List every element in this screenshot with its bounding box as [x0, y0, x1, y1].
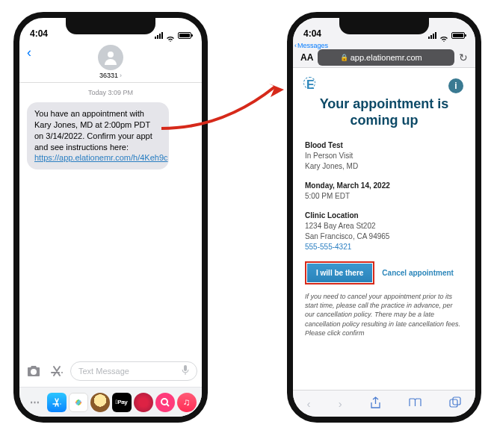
camera-icon[interactable]	[24, 363, 43, 379]
urlbar-subhead: ‹Messages	[293, 40, 475, 48]
music-icon[interactable]: ♫	[177, 393, 197, 412]
appointment-time: 5:00 PM EDT	[305, 191, 463, 202]
battery-icon	[178, 32, 191, 39]
phone-messages: 4:04 ‹ 36331 › Today 3:09 PM You have an…	[13, 12, 208, 423]
cancel-link[interactable]: Cancel appointment	[382, 269, 454, 277]
back-button[interactable]: ‹	[27, 45, 31, 60]
chevron-left-icon: ‹	[294, 42, 297, 49]
confirm-button-label: I will be there	[307, 264, 372, 282]
apple-pay-icon[interactable]: Pay	[112, 393, 132, 412]
chevron-right-icon: ›	[120, 72, 122, 79]
sms-text: You have an appointment with Kary Jones,…	[34, 109, 152, 152]
svg-rect-10	[453, 397, 460, 405]
site-host: app.elationemr.com	[351, 53, 422, 62]
appointment-date: Monday, March 14, 2022	[305, 181, 463, 191]
location-label: Clinic Location	[305, 211, 463, 221]
datetime-block: Monday, March 14, 2022 5:00 PM EDT	[305, 181, 463, 202]
status-icons	[155, 31, 191, 39]
nav-back-icon[interactable]: ‹	[307, 397, 311, 410]
confirm-button[interactable]: I will be there	[305, 261, 374, 284]
appointment-doctor: Kary Jones, MD	[305, 161, 463, 172]
back-to-messages[interactable]: ‹Messages	[294, 42, 328, 49]
sender-avatar[interactable]	[98, 45, 123, 70]
more-apps-icon[interactable]: ⋯	[25, 393, 45, 412]
bookmarks-icon[interactable]	[409, 397, 422, 410]
safari-toolbar: ‹ ›	[293, 390, 475, 417]
signal-icon	[155, 31, 163, 39]
gift-icon[interactable]	[134, 393, 153, 412]
nav-forward-icon[interactable]: ›	[339, 397, 342, 410]
sender-name[interactable]: 36331 ›	[99, 72, 122, 79]
location-addr1: 1234 Bay Area St202	[305, 221, 463, 231]
status-time: 4:04	[303, 28, 321, 39]
info-icon[interactable]: i	[448, 78, 463, 93]
photos-icon[interactable]	[69, 393, 88, 412]
phone-safari: 4:04 ‹Messages AA 🔒 app.elationemr.com ↻…	[287, 12, 481, 423]
apps-icon[interactable]	[48, 363, 66, 379]
cancellation-policy: If you need to cancel your appointment p…	[305, 292, 463, 337]
svg-line-8	[167, 404, 169, 406]
location-addr2: San Francisco, CA 94965	[305, 231, 463, 242]
sms-bubble[interactable]: You have an appointment with Kary Jones,…	[27, 102, 169, 169]
conversation[interactable]: Today 3:09 PM You have an appointment wi…	[19, 83, 202, 361]
back-to-messages-label: Messages	[297, 42, 328, 49]
sender-number: 36331	[99, 72, 118, 79]
app-drawer[interactable]: ⋯ Pay ♫	[19, 387, 202, 417]
appointment-type: Blood Test	[305, 140, 463, 151]
text-size-button[interactable]: AA	[300, 52, 313, 63]
memoji-icon[interactable]	[90, 393, 110, 412]
message-input-bar: Text Message	[19, 358, 202, 384]
status-time: 4:04	[30, 28, 48, 39]
location-phone[interactable]: 555-555-4321	[305, 243, 351, 251]
appointment-mode: In Person Visit	[305, 151, 463, 161]
search-app-icon[interactable]	[155, 393, 175, 412]
signal-icon	[428, 31, 436, 39]
address-bar[interactable]: 🔒 app.elationemr.com	[318, 49, 454, 66]
lock-icon: 🔒	[340, 54, 348, 61]
wifi-icon	[439, 32, 448, 39]
location-block: Clinic Location 1234 Bay Area St202 San …	[305, 211, 463, 252]
page-title: Your appointment is coming up	[305, 96, 463, 128]
mic-icon[interactable]	[182, 365, 189, 377]
page-header: E i	[305, 78, 463, 93]
svg-point-7	[161, 399, 167, 405]
elation-logo: E	[305, 78, 315, 92]
notch	[339, 18, 429, 34]
share-icon[interactable]	[370, 396, 381, 411]
tabs-icon[interactable]	[449, 396, 461, 411]
wifi-icon	[166, 32, 175, 39]
notch	[66, 18, 155, 34]
battery-icon	[451, 32, 465, 39]
status-icons	[428, 31, 465, 39]
message-input[interactable]: Text Message	[70, 361, 197, 381]
app-store-icon[interactable]	[47, 393, 67, 412]
appointment-block: Blood Test In Person Visit Kary Jones, M…	[305, 140, 463, 172]
svg-rect-9	[450, 399, 457, 407]
action-row: I will be there Cancel appointment	[305, 261, 463, 284]
url-bar: AA 🔒 app.elationemr.com ↻	[293, 48, 475, 67]
sms-link[interactable]: https://app.elationemr.com/h/4Keh9c	[34, 153, 168, 162]
reload-icon[interactable]: ↻	[459, 52, 468, 63]
svg-point-0	[108, 52, 114, 57]
messages-header: ‹ 36331 ›	[19, 40, 202, 83]
svg-rect-1	[184, 365, 187, 371]
message-timestamp: Today 3:09 PM	[27, 89, 194, 96]
message-placeholder: Text Message	[78, 367, 129, 376]
web-page[interactable]: E i Your appointment is coming up Blood …	[293, 68, 475, 382]
